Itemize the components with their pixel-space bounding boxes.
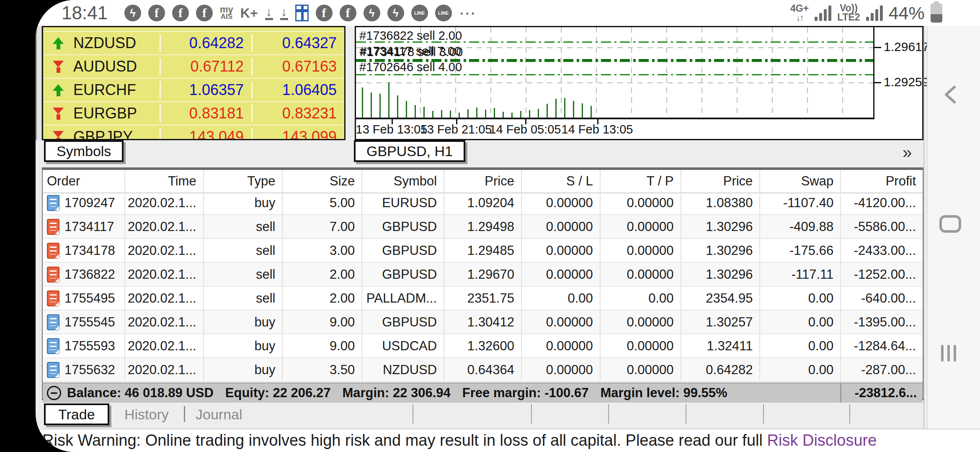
messenger-icon[interactable]: ϟ bbox=[364, 5, 380, 21]
messenger-icon[interactable]: ϟ bbox=[124, 5, 141, 21]
position-row-1755593[interactable]: 17555932020.02.1...buy9.00USDCAD1.326000… bbox=[43, 334, 923, 358]
cell-type: buy bbox=[203, 334, 282, 357]
symbol-row-nzdusd[interactable]: NZDUSD0.642820.64327 bbox=[43, 32, 344, 55]
download-icon[interactable]: ↓ bbox=[280, 6, 288, 21]
k-plus-icon[interactable]: K+ bbox=[240, 5, 258, 21]
cell-time: 2020.02.1... bbox=[124, 263, 203, 286]
tab-chart-gbpusd-h1[interactable]: GBPUSD, H1 bbox=[354, 140, 465, 162]
position-row-1734178[interactable]: 17341782020.02.1...sell3.00GBPUSD1.29485… bbox=[43, 239, 923, 263]
position-row-1755495[interactable]: 17554952020.02.1...sell2.00PALLADM...235… bbox=[43, 287, 923, 311]
column-header-order[interactable]: Order bbox=[43, 170, 124, 193]
down-arrow bbox=[53, 108, 64, 120]
nav-recents-icon[interactable] bbox=[941, 345, 956, 362]
chart-volume-bar bbox=[450, 110, 451, 118]
column-header-price[interactable]: Price bbox=[444, 170, 521, 193]
nav-home-icon[interactable] bbox=[939, 215, 961, 233]
cell-profit: -1284.64... bbox=[840, 334, 923, 357]
facebook-icon[interactable]: f bbox=[172, 5, 189, 21]
tab-symbols[interactable]: Symbols bbox=[44, 140, 124, 162]
chart-vertical-gridline bbox=[807, 27, 808, 118]
gift-icon[interactable] bbox=[295, 5, 309, 21]
status-right: 4G+ ↓↑ Vo)) LTE2 44% bbox=[790, 2, 942, 24]
cell-size: 3.00 bbox=[282, 239, 361, 262]
position-row-1709247[interactable]: 17092472020.02.1...buy5.00EURUSD1.092040… bbox=[43, 194, 923, 215]
position-row-1734117[interactable]: 17341172020.02.1...sell7.00GBPUSD1.29498… bbox=[43, 215, 923, 239]
position-row-1736822[interactable]: 17368222020.02.1...sell2.00GBPUSD1.29670… bbox=[43, 263, 923, 287]
column-header-t-p[interactable]: T / P bbox=[600, 170, 681, 193]
column-header-symbol[interactable]: Symbol bbox=[361, 170, 444, 193]
account-summary-bar[interactable]: − Balance: 46 018.89 USDEquity: 22 206.2… bbox=[43, 383, 923, 403]
column-header-time[interactable]: Time bbox=[124, 170, 203, 193]
ask-price: 0.64327 bbox=[253, 34, 344, 52]
symbols-scrollbar[interactable] bbox=[36, 26, 42, 140]
cell-profit: -5586.00... bbox=[840, 215, 923, 238]
column-header-swap[interactable]: Swap bbox=[759, 170, 840, 193]
symbol-name: NZDUSD bbox=[73, 34, 160, 52]
cell-price2: 1.30296 bbox=[681, 239, 760, 262]
tab-history[interactable]: History bbox=[124, 403, 169, 425]
cell-price2: 1.32411 bbox=[681, 334, 760, 357]
arrow-head bbox=[53, 108, 64, 114]
symbol-name: EURGBP bbox=[73, 105, 160, 122]
download-icon[interactable]: ↓ bbox=[265, 6, 273, 21]
tab-trade[interactable]: Trade bbox=[44, 403, 109, 425]
order-number: 1736822 bbox=[64, 263, 115, 286]
cell-type: buy bbox=[203, 194, 282, 214]
column-header-price[interactable]: Price bbox=[681, 170, 760, 193]
column-header-s-l[interactable]: S / L bbox=[521, 170, 600, 193]
chart-volume-bar bbox=[476, 108, 477, 118]
column-header-profit[interactable]: Profit bbox=[840, 170, 923, 193]
symbol-name: GBPJPY bbox=[73, 128, 160, 140]
down-arrow-icon bbox=[43, 61, 73, 73]
symbols-quotes-panel[interactable]: NZDUSD0.642820.64327AUDUSD0.671120.67163… bbox=[42, 26, 346, 140]
bid-price: 0.67112 bbox=[160, 58, 253, 75]
tab-journal[interactable]: Journal bbox=[196, 403, 242, 425]
chevron-more-icon[interactable]: » bbox=[903, 143, 912, 162]
facebook-icon[interactable]: f bbox=[196, 5, 213, 21]
position-row-1755545[interactable]: 17555452020.02.1...buy9.00GBPUSD1.304120… bbox=[43, 311, 923, 334]
time-axis-label: 13 Feb 21:05 bbox=[420, 123, 492, 136]
ask-price: 1.06405 bbox=[253, 81, 344, 99]
cell-symbol: GBPUSD bbox=[361, 215, 444, 238]
symbol-row-eurchf[interactable]: EURCHF1.063571.06405 bbox=[43, 79, 344, 102]
cell-time: 2020.02.1... bbox=[124, 194, 203, 214]
arrow-head bbox=[53, 131, 64, 138]
price-axis-tick bbox=[874, 82, 881, 83]
risk-disclosure-link[interactable]: Risk Disclosure bbox=[767, 431, 877, 449]
messenger-icon[interactable]: ϟ bbox=[387, 5, 404, 21]
cell-tp: 0.00 bbox=[600, 287, 681, 310]
trade-table-rows[interactable]: 17092472020.02.1...buy5.00EURUSD1.092040… bbox=[43, 194, 923, 383]
chart-plot-area[interactable]: #1736822 sell 2.00#1734117 sell 7.00#173… bbox=[356, 27, 874, 119]
cell-swap: -1107.40 bbox=[759, 194, 840, 214]
column-header-size[interactable]: Size bbox=[282, 170, 361, 193]
down-arrow bbox=[53, 131, 64, 141]
facebook-icon[interactable]: f bbox=[340, 5, 356, 21]
position-row-1755632[interactable]: 17556322020.02.1...buy3.50NZDUSD0.643640… bbox=[43, 358, 923, 382]
line-app-icon[interactable]: LINE bbox=[435, 5, 452, 21]
facebook-icon[interactable]: f bbox=[316, 5, 333, 21]
collapse-minus-icon[interactable]: − bbox=[47, 386, 61, 400]
facebook-icon[interactable]: f bbox=[148, 5, 165, 21]
line-app-icon[interactable]: LINE bbox=[411, 5, 428, 21]
order-number: 1709247 bbox=[64, 194, 115, 214]
cell-time: 2020.02.1... bbox=[124, 215, 203, 238]
symbol-row-eurgbp[interactable]: EURGBP0.831810.83231 bbox=[43, 102, 344, 126]
ask-price: 0.83231 bbox=[253, 105, 344, 122]
order-line-label: #1736822 sell 2.00 bbox=[359, 29, 462, 43]
panel-right-edge-2 bbox=[927, 26, 928, 429]
cell-price: 1.09204 bbox=[444, 194, 521, 214]
cell-swap: 0.00 bbox=[759, 287, 840, 310]
down-arrow-icon bbox=[43, 131, 73, 141]
my-ais-icon[interactable]: myAIS bbox=[220, 6, 233, 20]
arrow-stem bbox=[57, 67, 60, 73]
column-header-type[interactable]: Type bbox=[203, 170, 282, 193]
more-notifications-icon[interactable]: ⋯ bbox=[459, 5, 477, 21]
cell-order: 1755545 bbox=[43, 311, 124, 334]
arrow-head bbox=[53, 84, 64, 91]
symbol-row-gbpjpy[interactable]: GBPJPY143.049143.099 bbox=[43, 126, 344, 140]
symbol-row-audusd[interactable]: AUDUSD0.671120.67163 bbox=[43, 55, 344, 79]
chart-panel[interactable]: #1736822 sell 2.00#1734117 sell 7.00#173… bbox=[355, 26, 923, 140]
nav-back-icon[interactable] bbox=[941, 85, 961, 105]
cell-symbol: PALLADM... bbox=[361, 287, 444, 310]
bottom-divider-tick bbox=[686, 404, 686, 424]
